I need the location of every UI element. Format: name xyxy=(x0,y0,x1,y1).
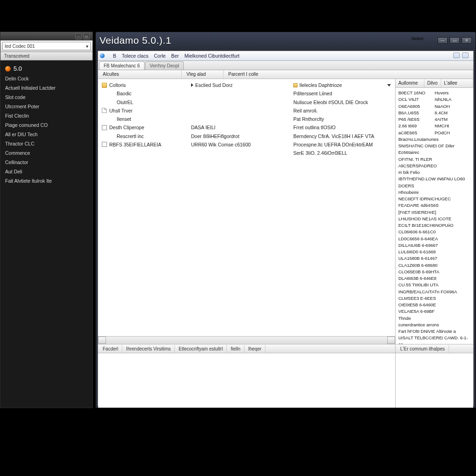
side-log-line: OIE0tE5B 6-6460E xyxy=(398,302,470,308)
right-value-label: Pditerssent Liined xyxy=(293,90,332,97)
mid-value-row[interactable] xyxy=(191,106,289,115)
side-col-3[interactable]: L'allee xyxy=(441,79,473,87)
col-header-1[interactable]: Alcultes xyxy=(98,70,182,79)
bottom-tab[interactable]: Iheqer xyxy=(245,345,265,353)
left-nav-item[interactable]: Delin Cock xyxy=(0,74,93,83)
left-nav-item[interactable]: Ulrcrment Poter xyxy=(0,102,93,111)
bottom-tab[interactable]: Ihrendecerts Virsitims xyxy=(122,345,175,353)
right-value-row[interactable]: Frret outlina tIOSIO xyxy=(293,123,391,132)
menu-item[interactable]: B xyxy=(110,52,119,60)
side-cell: B6A.U6S5 xyxy=(398,110,430,116)
menu-item[interactable]: Ber xyxy=(168,52,181,60)
right-value-row[interactable]: Pditerssent Liined xyxy=(293,89,391,98)
right-value-row[interactable]: Berndency CfirA. VicE18H I AEF VTA xyxy=(293,132,391,140)
right-value-row[interactable]: Nuliscue Eleobi #SOUL DIE Orock xyxy=(293,98,391,106)
side-data-row[interactable]: B0ECT 16NOHuvers xyxy=(398,90,470,96)
left-restore-button[interactable]: ▭ xyxy=(83,33,90,40)
tab-secondary[interactable]: Verrhny Deopl xyxy=(145,61,184,70)
side-col-2[interactable]: Dilvo xyxy=(424,79,441,87)
tree-label: Ilenset xyxy=(117,115,131,123)
side-data-row[interactable]: P65 /6E6S4AITM xyxy=(398,116,470,123)
side-cell: P65 /6E6S xyxy=(398,116,430,123)
mid-value-row[interactable] xyxy=(191,98,289,106)
side-log-line: conerdrantice arrons xyxy=(398,322,470,328)
side-log-view[interactable]: B0ECT 16NOHuversOCL V6J7IshLNLAO6EA6805N… xyxy=(396,88,473,344)
bottom-right-content xyxy=(396,353,473,408)
bottom-tab[interactable]: Facderl xyxy=(99,345,122,353)
orb-icon xyxy=(5,66,11,72)
side-data-row[interactable]: aC8E66SPOdCH xyxy=(398,130,470,136)
left-nav-item[interactable]: Actuell Initialed Lactder xyxy=(0,83,93,93)
left-version-row[interactable]: 5.0 xyxy=(0,63,93,74)
left-nav-item[interactable]: Fait Alvtiete Itulrok Ite xyxy=(0,176,93,185)
left-device-value: Ied Codec 001 xyxy=(5,44,35,49)
side-cell: OCL V6J7 xyxy=(398,96,430,103)
right-value-row[interactable]: Reil amroli. xyxy=(293,106,391,115)
module-icon xyxy=(293,83,298,87)
side-data-row[interactable]: OCL V6J7IshLNLA xyxy=(398,96,470,103)
bottom-tab[interactable]: fielln xyxy=(227,345,245,353)
chevron-down-icon: ▾ xyxy=(86,44,88,49)
tab-primary[interactable]: FB Mealechanc 6 xyxy=(99,61,145,70)
side-log-line: DLA6t63B 6-646E8 xyxy=(398,275,470,282)
titlebar-action-button[interactable]: Setect xyxy=(411,36,435,45)
left-min-button[interactable]: – xyxy=(75,33,82,40)
side-cell: B0ECT 16NO xyxy=(398,90,430,96)
left-nav-item[interactable]: All er DIU Tech xyxy=(0,130,93,139)
side-col-1[interactable]: Aullonme xyxy=(396,79,424,87)
tree-label: RBFS 35EIFIELLAREIA xyxy=(109,141,161,148)
checkbox-icon xyxy=(102,125,107,130)
dropdown-icon[interactable] xyxy=(387,84,391,86)
mid-value-row[interactable]: DASA IEILI xyxy=(191,123,289,132)
left-nav-item[interactable]: Cellinactor xyxy=(0,158,93,167)
left-nav-item[interactable]: Piage comuned CO xyxy=(0,120,93,130)
mid-value-row[interactable] xyxy=(191,89,289,98)
maximize-button[interactable]: ▭ xyxy=(450,37,460,44)
app-orb-icon[interactable] xyxy=(100,53,105,58)
left-window-titlebar: – ▭ xyxy=(0,32,93,40)
tree-label: Desth Cliperope xyxy=(109,124,144,131)
col-header-2[interactable]: Vleg alad xyxy=(182,70,224,79)
tree-label: Coltoris xyxy=(109,81,126,89)
col-header-3[interactable]: Parcerrt I colle xyxy=(224,70,473,79)
right-value-row[interactable]: Ilelecles Daphtrioze xyxy=(293,81,391,89)
menu-overflow[interactable] xyxy=(450,52,471,60)
page-icon xyxy=(102,108,107,113)
minimize-button[interactable]: — xyxy=(437,37,448,44)
side-log-line: Hhnobeire xyxy=(398,189,470,196)
left-nav-item[interactable]: Fist Cleclin xyxy=(0,111,93,120)
side-log-line: BracHo.Lnutamones xyxy=(398,136,470,143)
close-button[interactable]: ✕ xyxy=(462,37,472,44)
left-section-header: Transceived xyxy=(0,52,93,60)
side-log-line: FEADARE 4d64S6S xyxy=(398,202,470,209)
right-value-column: Ilelecles DaphtriozePditerssent LiinedNu… xyxy=(293,81,391,157)
tree-label: OiutrEL xyxy=(117,99,133,106)
side-log-line: CU.55 TIII0LIBI UTA xyxy=(398,282,470,288)
mid-value-row[interactable]: URR60 Wik Comse c61600 xyxy=(191,140,289,149)
side-log-line: CLO65E0B 6-69HTA xyxy=(398,269,470,275)
left-device-selector[interactable]: Ied Codec 001 ▾ xyxy=(2,42,91,50)
mid-value-row[interactable] xyxy=(191,115,289,123)
right-value-row[interactable]: SerE 3IiO. 2.46iOrr0lELL xyxy=(293,149,391,157)
bottom-tab[interactable]: Etlecocnftyam estultrl xyxy=(175,345,227,353)
horizontal-scrollbar[interactable] xyxy=(98,336,395,344)
bottom-tab[interactable]: L'Er comnum ithalpes xyxy=(397,345,449,353)
menu-item[interactable]: Mielkoned Cibuntdiectfurt xyxy=(182,52,242,60)
menu-item[interactable]: Tolece clacs xyxy=(119,52,151,60)
menu-item[interactable]: Corle xyxy=(151,52,168,60)
left-nav-item[interactable]: Aut Deli xyxy=(0,167,93,176)
side-data-row[interactable]: B6A.U6S58.4CM xyxy=(398,110,470,116)
right-value-row[interactable]: Pat Rnthorclty xyxy=(293,115,391,123)
left-nav-item[interactable]: Slot code xyxy=(0,93,93,102)
mid-value-row[interactable]: Doer 8i9iHEFifigordrot xyxy=(191,132,289,140)
side-data-row[interactable]: 2.66 t669NMCHt xyxy=(398,123,470,129)
side-data-row[interactable]: O6EA6805NaAOH xyxy=(398,103,470,110)
side-cell: 8.4CM xyxy=(435,110,448,116)
left-nav-item[interactable]: Thractor CLC xyxy=(0,139,93,148)
app-client-area: BTolece clacsCorleBerMielkoned Cibuntdie… xyxy=(98,51,474,406)
side-log-line: [FnET IISIEREHrE] xyxy=(398,209,470,216)
left-nav-item[interactable]: Commence xyxy=(0,148,93,158)
mid-value-row[interactable]: Esclied Sud Dorz xyxy=(191,81,289,89)
side-log-line: INGRB/EALCAITATn FOII96A xyxy=(398,289,470,295)
right-value-row[interactable]: Procespne.ltc UEFRA DOnErktrEAM xyxy=(293,140,391,149)
